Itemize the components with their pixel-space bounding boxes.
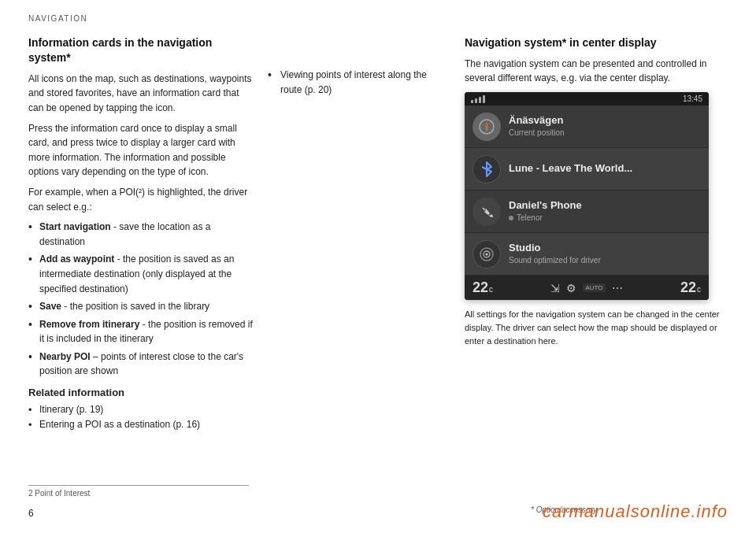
location-name: Änäsvägen [509,114,701,128]
temp-left-value: 22 [472,279,488,296]
temp-left-unit: c [489,285,493,294]
phone-path [482,205,493,217]
audio-svg [477,245,496,264]
phone-icon [472,198,501,226]
compass-svg [478,118,495,135]
related-list: Itinerary (p. 19) Entering a POI as a de… [28,402,257,432]
audio-text: Studio Sound optimized for driver [509,242,701,266]
phone-name: Daniel's Phone [509,199,701,213]
music-name: Lune - Leave The World... [509,162,701,176]
phone-sub: Telenor [509,213,701,224]
bluetooth-svg [480,161,494,178]
left-para3: For example, when a POI(²) is highlighte… [28,185,257,214]
related-item-poi: Entering a POI as a destination (p. 16) [28,417,257,432]
left-para2: Press the information card once to displ… [28,121,257,180]
audio-icon [472,240,501,268]
left-section-title: Information cards in the navigation syst… [28,35,257,65]
mid-column: Viewing points of interest along the rou… [268,63,449,105]
screen-status-bar: 13:45 [465,92,709,105]
bullet-viewing-poi: Viewing points of interest along the rou… [268,68,449,97]
temp-left: 22 c [472,279,493,296]
watermark-text: carmanualsonline.info [543,502,728,521]
music-text: Lune - Leave The World... [509,162,701,176]
signal-bar-3 [479,97,481,103]
audio-center [486,253,488,255]
bullet-nearby-poi: Nearby POI – points of interest close to… [28,350,257,379]
screen-item-location[interactable]: Änäsvägen Current position [465,105,709,148]
screen-item-phone[interactable]: Daniel's Phone Telenor [465,191,709,233]
signal-bar-2 [475,98,477,103]
seat-heat-icon: ⇲ [550,282,560,294]
bluetooth-icon [472,155,501,183]
phone-text: Daniel's Phone Telenor [509,199,701,224]
bullet-start-nav: Start navigation - save the location as … [28,220,257,249]
signal-indicator [471,95,485,103]
bullet-save: Save - the position is saved in the libr… [28,299,257,314]
screen-item-audio[interactable]: Studio Sound optimized for driver [465,233,709,276]
left-para1: All icons on the map, such as destinatio… [28,72,257,116]
auto-badge: AUTO [583,283,605,292]
compass-icon [472,113,501,141]
screen-bottom-bar: 22 c ⇲ ⚙ AUTO ⋯ 22 c [465,276,709,300]
right-para1: The navigation system can be presented a… [465,57,732,86]
bottom-controls: ⇲ ⚙ AUTO ⋯ [550,282,622,294]
fan-icon: ⚙ [566,282,576,294]
right-column: Navigation system* in center display The… [465,35,732,348]
temp-right-value: 22 [680,279,696,296]
phone-svg [479,204,495,220]
location-sub: Current position [509,128,701,139]
signal-bar-4 [483,95,485,103]
location-text: Änäsvägen Current position [509,114,701,139]
page-number: 6 [28,508,34,519]
feature-bullets: Start navigation - save the location as … [28,220,257,379]
bullet-add-waypoint: Add as waypoint - the position is saved … [28,252,257,296]
audio-sub: Sound optimized for driver [509,255,701,266]
right-section-title: Navigation system* in center display [465,35,732,50]
center-display-screen: 13:45 Änäsvägen Current position [465,92,709,300]
related-title: Related information [28,387,257,398]
related-item-itinerary: Itinerary (p. 19) [28,402,257,417]
page-header: NAVIGATION [28,14,87,23]
footnote: 2 Point of Interest [28,485,249,498]
air-icon: ⋯ [612,282,623,294]
signal-bar-1 [471,100,473,103]
bullet-remove-itinerary: Remove from itinerary - the position is … [28,317,257,346]
left-column: Information cards in the navigation syst… [28,35,257,432]
watermark: carmanualsonline.info [543,502,728,522]
right-para2: All settings for the navigation system c… [465,308,732,348]
temp-right-unit: c [697,285,701,294]
bluetooth-path [482,162,491,176]
audio-name: Studio [509,242,701,255]
mid-bullets: Viewing points of interest along the rou… [268,68,449,97]
screen-item-music[interactable]: Lune - Leave The World... [465,148,709,191]
temp-right: 22 c [680,279,701,296]
telenor-indicator [509,216,513,220]
screen-time: 13:45 [683,94,702,103]
